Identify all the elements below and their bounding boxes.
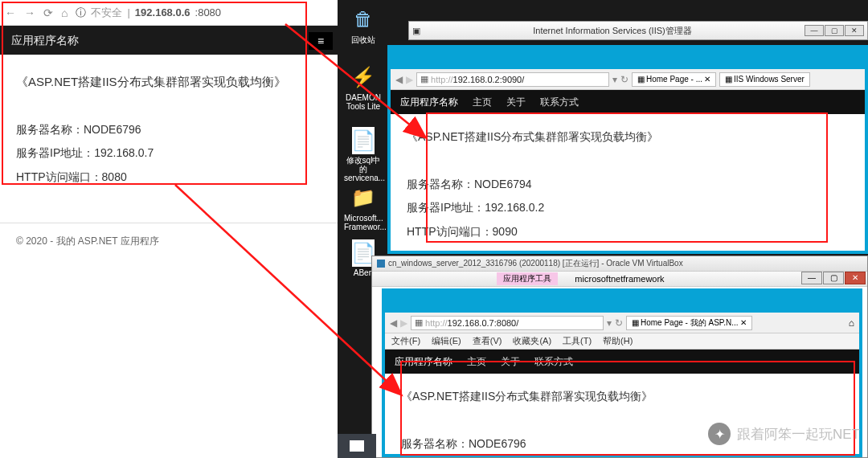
browser-tab[interactable]: ▦ Home Page - 我的 ASP.N... ✕ xyxy=(626,316,752,330)
explorer-title: 应用程序工具 microsoftnetframework —▢✕ xyxy=(372,271,867,287)
iis-title: Internet Information Services (IIS)管理器 xyxy=(420,25,805,37)
watermark: ✦ 跟着阿笨一起玩NET xyxy=(708,423,860,445)
refresh-icon[interactable]: ↻ xyxy=(615,317,623,329)
close-button[interactable]: ✕ xyxy=(845,25,864,36)
daemon-tools-icon[interactable]: ⚡DAEMON Tools Lite xyxy=(344,63,383,111)
max-button[interactable]: ▢ xyxy=(825,25,844,36)
address-bar[interactable]: ▦ http://192.168.0.7:8080/ xyxy=(411,316,604,330)
ie-titlebar[interactable] xyxy=(385,292,859,313)
app-title[interactable]: 应用程序名称 xyxy=(400,96,458,109)
explorer-title-text: microsoftnetframework xyxy=(575,274,664,284)
menu-fav[interactable]: 收藏夹(A) xyxy=(513,335,551,347)
virtualbox-icon xyxy=(377,260,385,268)
home-icon[interactable]: ⌂ xyxy=(849,317,854,329)
forward-icon[interactable]: ▶ xyxy=(400,317,407,329)
min-button[interactable]: — xyxy=(805,25,824,36)
taskbar[interactable] xyxy=(338,434,376,458)
iis-manager-window[interactable]: ▣ Internet Information Services (IIS)管理器… xyxy=(408,21,868,48)
ie-menubar: 文件(F) 编辑(E) 查看(V) 收藏夹(A) 工具(T) 帮助(H) xyxy=(385,333,859,350)
vbox-title-text: cn_windows_server_2012_3316796 (20200118… xyxy=(388,258,683,269)
min-button[interactable]: — xyxy=(801,272,822,284)
vbox-titlebar[interactable]: cn_windows_server_2012_3316796 (20200118… xyxy=(372,256,867,271)
hamburger-icon[interactable]: ≡ xyxy=(309,32,333,50)
address-bar[interactable]: ▦ http://192.168.0.2:9090/ xyxy=(416,72,609,87)
watermark-text: 跟着阿笨一起玩NET xyxy=(737,425,860,444)
annotation-box xyxy=(2,2,307,185)
menu-tools[interactable]: 工具(T) xyxy=(563,335,592,347)
app-nav: 应用程序名称 主页 关于 联系方式 xyxy=(391,90,865,114)
dropdown-icon[interactable]: ▾ xyxy=(607,317,612,329)
iis-icon: ▣ xyxy=(412,26,420,36)
close-button[interactable]: ✕ xyxy=(845,272,866,284)
back-icon[interactable]: ◀ xyxy=(395,74,403,85)
explorer-tool-tab[interactable]: 应用程序工具 xyxy=(497,272,558,285)
msframework-folder-icon[interactable]: 📁Microsoft... Framewor... xyxy=(344,183,383,231)
nav-home[interactable]: 主页 xyxy=(473,96,492,109)
menu-edit[interactable]: 编辑(E) xyxy=(432,335,461,347)
browser-tab[interactable]: ▦ Home Page - ... ✕ xyxy=(632,72,716,87)
nav-contact[interactable]: 联系方式 xyxy=(540,96,579,109)
nav-about[interactable]: 关于 xyxy=(506,96,526,109)
ie-toolbar: ◀ ▶ ▦ http://192.168.0.2:9090/ ▾ ↻ ▦ Hom… xyxy=(391,69,865,90)
annotation-box xyxy=(426,112,828,243)
menu-view[interactable]: 查看(V) xyxy=(473,335,502,347)
recycle-bin-icon[interactable]: 🗑回收站 xyxy=(344,5,383,44)
start-button[interactable] xyxy=(350,440,364,452)
max-button[interactable]: ▢ xyxy=(823,272,844,284)
dropdown-icon[interactable]: ▾ xyxy=(612,74,617,85)
wechat-icon: ✦ xyxy=(708,423,731,445)
ie-titlebar[interactable] xyxy=(391,48,865,69)
menu-help[interactable]: 帮助(H) xyxy=(603,335,633,347)
browser-tab[interactable]: ▦ IIS Windows Server xyxy=(719,72,810,87)
refresh-icon[interactable]: ↻ xyxy=(620,74,628,85)
ie-toolbar: ◀ ▶ ▦ http://192.168.0.7:8080/ ▾ ↻ ▦ Hom… xyxy=(385,313,859,333)
forward-icon[interactable]: ▶ xyxy=(406,74,413,85)
menu-file[interactable]: 文件(F) xyxy=(391,335,420,347)
back-icon[interactable]: ◀ xyxy=(390,317,397,329)
page-footer: © 2020 - 我的 ASP.NET 应用程序 xyxy=(0,223,338,260)
sql-txt-icon[interactable]: 📄修改sql中的servicena... xyxy=(344,127,383,182)
